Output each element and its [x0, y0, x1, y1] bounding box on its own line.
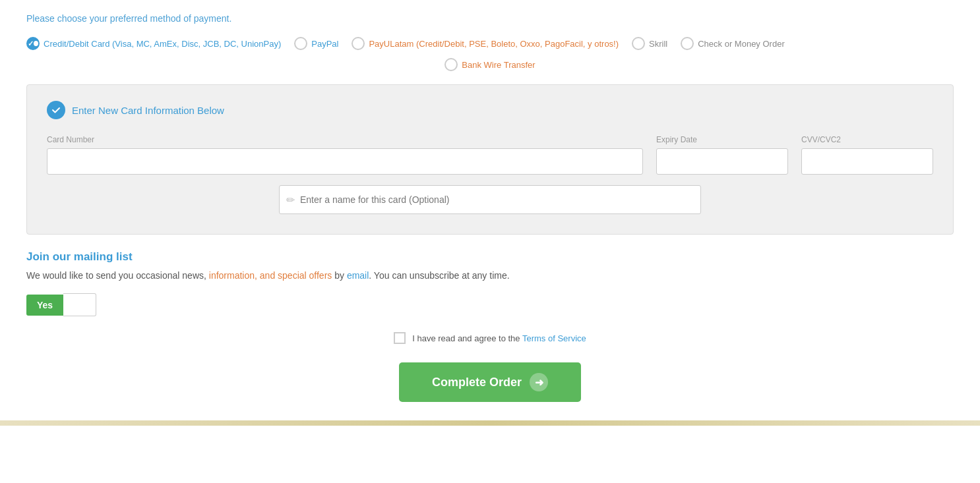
check-icon: ✓	[28, 40, 34, 48]
mailing-section: Join our mailing list We would like to s…	[26, 250, 954, 316]
radio-paypal[interactable]	[294, 37, 307, 50]
mailing-title: Join our mailing list	[26, 250, 954, 264]
arrow-right-icon: ➜	[535, 376, 543, 389]
card-name-input[interactable]	[300, 194, 694, 205]
tos-row: I have read and agree to the Terms of Se…	[26, 332, 954, 344]
mailing-no-button[interactable]	[63, 293, 96, 316]
payment-option-paypal[interactable]: PayPal	[294, 37, 338, 50]
payment-option-bank-wire[interactable]: Bank Wire Transfer	[444, 58, 535, 71]
radio-bank-wire[interactable]	[444, 58, 458, 71]
mailing-toggle-row: Yes	[26, 293, 954, 316]
expiry-label: Expiry Date	[656, 135, 788, 144]
card-fields-row: Card Number Expiry Date CVV/CVC2	[47, 135, 933, 175]
card-name-field-wrapper: ✏	[279, 185, 701, 214]
cvv-group: CVV/CVC2	[801, 135, 933, 175]
cvv-input[interactable]	[801, 148, 933, 175]
tos-link[interactable]: Terms of Service	[522, 333, 586, 343]
paypal-label: PayPal	[311, 39, 338, 49]
mailing-desc: We would like to send you occasional new…	[26, 269, 954, 283]
cvv-label: CVV/CVC2	[801, 135, 933, 144]
tos-checkbox[interactable]	[394, 332, 406, 344]
skrill-label: Skrill	[649, 39, 667, 49]
header-text: Please choose your preferred method of p…	[26, 13, 231, 24]
payment-options-row2: Bank Wire Transfer	[26, 58, 954, 71]
radio-payulatam[interactable]	[352, 37, 365, 50]
credit-debit-label: Credit/Debit Card (Visa, MC, AmEx, Disc,…	[44, 39, 281, 49]
mailing-yes-button[interactable]: Yes	[26, 295, 63, 316]
pencil-icon: ✏	[286, 194, 295, 206]
tos-label-part1: I have read and agree to the	[412, 333, 522, 343]
mailing-desc-link2: email	[347, 270, 369, 281]
complete-order-label: Complete Order	[432, 376, 522, 389]
expiry-input[interactable]	[656, 148, 788, 175]
mailing-desc-link1: information, and special offers	[209, 270, 332, 281]
card-section-header: Enter New Card Information Below	[47, 101, 933, 119]
card-section-title: Enter New Card Information Below	[72, 105, 224, 116]
footer-bar	[0, 420, 980, 426]
arrow-circle-icon: ➜	[530, 373, 548, 391]
payment-option-check-money-order[interactable]: Check or Money Order	[681, 37, 785, 50]
complete-row: Complete Order ➜	[26, 362, 954, 402]
check-money-order-label: Check or Money Order	[698, 39, 785, 49]
card-name-row: ✏	[47, 185, 933, 214]
payment-options-row1: ✓ Credit/Debit Card (Visa, MC, AmEx, Dis…	[26, 37, 954, 50]
expiry-group: Expiry Date	[656, 135, 788, 175]
payulatam-label: PayULatam (Credit/Debit, PSE, Boleto, Ox…	[369, 39, 619, 49]
radio-check-money-order[interactable]	[681, 37, 694, 50]
payment-option-credit-debit[interactable]: ✓ Credit/Debit Card (Visa, MC, AmEx, Dis…	[26, 37, 281, 50]
payment-option-skrill[interactable]: Skrill	[632, 37, 667, 50]
bank-wire-label: Bank Wire Transfer	[462, 60, 535, 70]
section-check-icon	[47, 101, 65, 119]
card-number-input[interactable]	[47, 148, 643, 175]
complete-order-button[interactable]: Complete Order ➜	[399, 362, 581, 402]
radio-credit-debit[interactable]: ✓	[26, 37, 40, 50]
tos-label: I have read and agree to the Terms of Se…	[412, 333, 586, 343]
payment-option-payulatam[interactable]: PayULatam (Credit/Debit, PSE, Boleto, Ox…	[352, 37, 619, 50]
radio-skrill[interactable]	[632, 37, 645, 50]
payment-header: Please choose your preferred method of p…	[26, 13, 954, 24]
card-number-label: Card Number	[47, 135, 643, 144]
card-number-group: Card Number	[47, 135, 643, 175]
card-section: Enter New Card Information Below Card Nu…	[26, 84, 954, 235]
